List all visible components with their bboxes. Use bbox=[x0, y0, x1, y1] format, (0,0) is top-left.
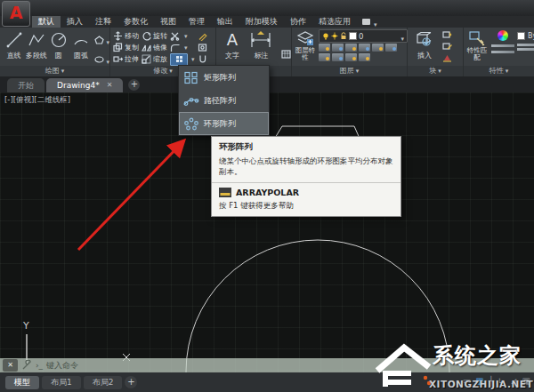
ribbon-tab-collaborate[interactable]: 协作 bbox=[284, 16, 312, 28]
layer-dropdown-caret-icon[interactable] bbox=[399, 28, 404, 44]
layer-tool-icon[interactable] bbox=[319, 44, 330, 52]
svg-text:A: A bbox=[227, 30, 239, 49]
color-wheel-icon[interactable] bbox=[498, 30, 508, 41]
ribbon-tab-output[interactable]: 输出 bbox=[211, 16, 239, 28]
insert-block-icon bbox=[415, 30, 434, 50]
explode-tool[interactable] bbox=[198, 43, 207, 52]
ellipse-icon bbox=[94, 55, 104, 64]
layer-tool-icon[interactable] bbox=[359, 44, 370, 52]
block-attributes-icon[interactable] bbox=[442, 53, 452, 62]
command-input[interactable]: 键入命令 bbox=[46, 360, 78, 372]
dimension-tool[interactable]: 标注 bbox=[248, 28, 274, 66]
erase-tool[interactable] bbox=[198, 54, 207, 64]
mirror-icon bbox=[142, 43, 151, 52]
layers-panel: 图层特性 0 图层 bbox=[292, 28, 408, 76]
layout2-tab[interactable]: 布局2 bbox=[84, 376, 123, 389]
menu-item-rectangular-array[interactable]: 矩形阵列 bbox=[179, 66, 269, 89]
layer-tool-icon[interactable] bbox=[332, 44, 344, 52]
rotate-tool[interactable]: 旋转 bbox=[142, 31, 167, 41]
mirror-tool[interactable]: 镜像 bbox=[142, 43, 167, 52]
new-tab-button[interactable]: + bbox=[128, 79, 140, 91]
scale-tool[interactable]: 缩放 bbox=[142, 54, 167, 64]
ribbon-tab-manage[interactable]: 管理 bbox=[182, 16, 211, 28]
layer-tool-icon[interactable] bbox=[319, 53, 330, 61]
stretch-tool[interactable]: 拉伸 bbox=[113, 54, 139, 64]
ribbon-tab-annotate[interactable]: 注释 bbox=[89, 16, 117, 28]
ribbon-tab-featured[interactable]: 精选应用 bbox=[312, 16, 357, 28]
table-tool[interactable] bbox=[281, 50, 291, 59]
object-color-dropdown[interactable]: ByLayer bbox=[517, 30, 534, 42]
ribbon-display-toggle[interactable] bbox=[362, 16, 377, 28]
draw-panel-label[interactable]: 绘图 bbox=[0, 66, 109, 76]
stretch-icon bbox=[113, 54, 123, 64]
drawing-tab[interactable]: Drawing4* ✕ bbox=[46, 78, 123, 92]
text-tool[interactable]: A 文字 bbox=[222, 28, 243, 66]
ribbon-tab-parametric[interactable]: 参数化 bbox=[117, 16, 154, 28]
array-tool[interactable] bbox=[170, 54, 195, 64]
match-properties-button[interactable]: 特性匹配 bbox=[465, 28, 489, 66]
ribbon-tab-view[interactable]: 视图 bbox=[154, 16, 182, 28]
model-tab[interactable]: 模型 bbox=[5, 376, 39, 389]
bulb-on-icon[interactable] bbox=[322, 32, 329, 40]
start-tab[interactable]: 开始 bbox=[7, 78, 44, 92]
block-panel-label[interactable]: 块 bbox=[408, 66, 463, 76]
title-bar bbox=[0, 0, 534, 16]
properties-panel-caret-icon bbox=[504, 67, 509, 75]
copy-tool[interactable]: 复制 bbox=[113, 43, 139, 52]
tooltip-command-name: ARRAYPOLAR bbox=[236, 188, 299, 197]
ribbon-tab-home[interactable]: 默认 bbox=[32, 16, 61, 28]
close-tab-icon[interactable]: ✕ bbox=[107, 78, 113, 92]
lineweight-bar-icon[interactable] bbox=[491, 51, 514, 53]
ribbon-tab-addins[interactable]: 附加模块 bbox=[239, 16, 284, 28]
properties-panel-label[interactable]: 特性 bbox=[464, 66, 534, 76]
layout1-tab[interactable]: 布局1 bbox=[42, 376, 81, 389]
block-panel-caret-icon bbox=[436, 67, 441, 75]
sun-freeze-icon[interactable] bbox=[331, 32, 338, 40]
layers-panel-label[interactable]: 图层 bbox=[292, 66, 407, 76]
command-close-icon[interactable]: ✕ bbox=[3, 359, 18, 372]
polyline-icon bbox=[27, 30, 46, 50]
array-caret-icon[interactable] bbox=[190, 55, 195, 63]
polygon-tool[interactable] bbox=[94, 31, 110, 48]
layer-tool-icon[interactable] bbox=[332, 53, 344, 61]
block-panel: 插入 块 bbox=[408, 28, 464, 76]
fillet-icon bbox=[170, 43, 181, 52]
circle-tool[interactable]: 圆 bbox=[47, 28, 69, 66]
layer-properties-button[interactable]: 图层特性 bbox=[294, 28, 317, 62]
linetype-bar-icon[interactable] bbox=[491, 44, 514, 47]
layer-tool-icon[interactable] bbox=[372, 44, 384, 52]
layer-color-swatch[interactable] bbox=[349, 32, 357, 40]
array-button-highlighted[interactable] bbox=[170, 53, 188, 66]
menu-item-polar-array[interactable]: 环形阵列 bbox=[179, 112, 269, 135]
modify-panel-caret-icon bbox=[167, 67, 173, 75]
layer-tool-icon[interactable] bbox=[385, 44, 397, 52]
menu-item-path-array[interactable]: 路径阵列 bbox=[179, 89, 269, 112]
tooltip-help-hint: 按 F1 键获得更多帮助 bbox=[212, 201, 400, 212]
move-tool[interactable]: 移动 bbox=[113, 31, 139, 41]
line-tool[interactable]: 直线 bbox=[3, 28, 25, 66]
layer-tool-icon[interactable] bbox=[345, 53, 357, 61]
measure-tool[interactable] bbox=[198, 31, 207, 41]
insert-block-button[interactable]: 插入 bbox=[412, 28, 437, 66]
layer-select-dropdown[interactable]: 0 bbox=[319, 29, 408, 43]
create-block-icon[interactable] bbox=[442, 30, 452, 39]
autocad-window: A Autodesk AutoCAD 2019 Drawing4.dwg 键入关… bbox=[0, 0, 534, 392]
line-icon bbox=[4, 30, 24, 50]
command-customize-wrench-icon[interactable] bbox=[21, 360, 32, 371]
fillet-caret-icon bbox=[182, 44, 188, 52]
edit-block-icon[interactable] bbox=[442, 42, 452, 51]
trim-tool[interactable] bbox=[170, 31, 195, 41]
match-properties-label: 特性匹配 bbox=[465, 47, 489, 62]
layer-tool-icon[interactable] bbox=[359, 53, 370, 61]
arc-icon bbox=[71, 30, 91, 50]
lineweight-dropdown[interactable] bbox=[517, 48, 534, 51]
layer-tool-icon[interactable] bbox=[345, 44, 357, 52]
polyline-tool[interactable]: 多段线 bbox=[25, 28, 47, 66]
arc-tool[interactable]: 圆弧 bbox=[69, 28, 92, 66]
fillet-tool[interactable] bbox=[170, 43, 195, 52]
app-menu-button[interactable]: A bbox=[2, 1, 30, 27]
unlock-icon[interactable] bbox=[340, 32, 347, 40]
new-layout-button[interactable]: + bbox=[125, 376, 137, 388]
ribbon-tab-insert[interactable]: 插入 bbox=[61, 16, 89, 28]
linetype-dropdown[interactable] bbox=[517, 44, 534, 46]
